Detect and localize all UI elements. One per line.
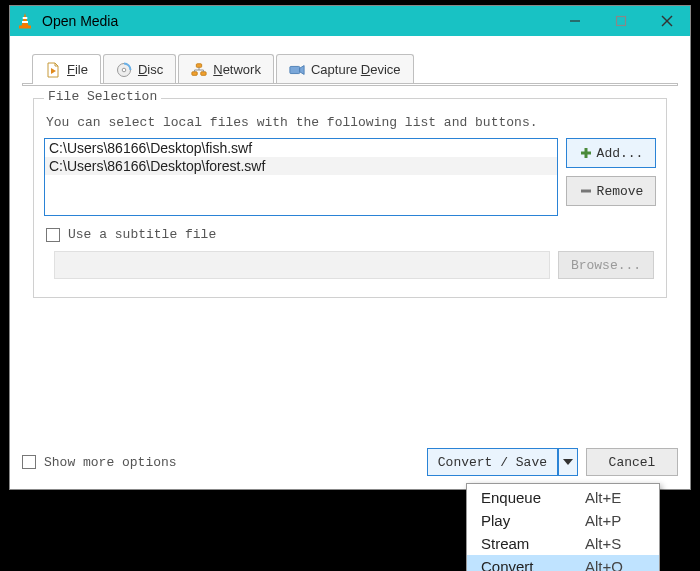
file-selection-legend: File Selection: [44, 89, 161, 104]
remove-button-label: Remove: [597, 184, 644, 199]
dialog-content: File Disc Network: [20, 48, 680, 439]
tab-capture-device[interactable]: Capture Device: [276, 54, 414, 84]
show-more-options-label: Show more options: [44, 455, 177, 470]
menu-item-convert[interactable]: Convert Alt+O: [467, 555, 659, 571]
svg-rect-2: [22, 21, 28, 23]
menu-item-play[interactable]: Play Alt+P: [467, 509, 659, 532]
plus-icon: [579, 146, 593, 160]
svg-rect-11: [197, 63, 202, 67]
maximize-button[interactable]: [598, 6, 644, 36]
minus-icon: [579, 184, 593, 198]
menu-item-label: Play: [481, 512, 585, 529]
convert-save-split-button[interactable]: Convert / Save: [427, 448, 578, 476]
svg-marker-15: [300, 65, 304, 74]
show-more-options-checkbox[interactable]: [22, 455, 36, 469]
window-controls: [552, 6, 690, 36]
convert-save-button[interactable]: Convert / Save: [427, 448, 558, 476]
menu-item-shortcut: Alt+E: [585, 489, 645, 506]
svg-point-10: [122, 68, 126, 72]
convert-save-menu: Enqueue Alt+E Play Alt+P Stream Alt+S Co…: [466, 483, 660, 571]
chevron-down-icon: [563, 459, 573, 465]
subtitle-path-input: [54, 251, 550, 279]
list-item[interactable]: C:\Users\86166\Desktop\fish.swf: [45, 139, 557, 157]
tab-file-label-u: F: [67, 62, 75, 77]
minimize-button[interactable]: [552, 6, 598, 36]
file-list[interactable]: C:\Users\86166\Desktop\fish.swf C:\Users…: [44, 138, 558, 216]
tab-disc[interactable]: Disc: [103, 54, 176, 84]
tab-panel: File Selection You can select local file…: [22, 83, 678, 86]
cancel-button[interactable]: Cancel: [586, 448, 678, 476]
svg-rect-14: [290, 66, 300, 73]
open-media-window: Open Media File: [9, 5, 691, 490]
menu-item-label: Convert: [481, 558, 585, 571]
network-icon: [191, 62, 207, 78]
svg-rect-5: [617, 17, 626, 26]
svg-rect-13: [201, 71, 206, 75]
svg-rect-12: [192, 71, 197, 75]
menu-item-shortcut: Alt+S: [585, 535, 645, 552]
list-item[interactable]: C:\Users\86166\Desktop\forest.swf: [45, 157, 557, 175]
disc-icon: [116, 62, 132, 78]
tab-network-label-rest: etwork: [223, 62, 261, 77]
subtitle-checkbox[interactable]: [46, 228, 60, 242]
menu-item-shortcut: Alt+O: [585, 558, 645, 571]
vlc-cone-icon: [16, 12, 34, 30]
svg-marker-0: [22, 13, 29, 26]
file-selection-fieldset: File Selection You can select local file…: [33, 98, 667, 298]
file-selection-help: You can select local files with the foll…: [46, 115, 656, 130]
menu-item-stream[interactable]: Stream Alt+S: [467, 532, 659, 555]
capture-icon: [289, 62, 305, 78]
svg-rect-3: [19, 26, 31, 29]
subtitle-checkbox-label: Use a subtitle file: [68, 227, 216, 242]
svg-marker-19: [563, 459, 573, 465]
tab-capture-label-rest: evice: [370, 62, 400, 77]
close-button[interactable]: [644, 6, 690, 36]
file-icon: [45, 62, 61, 78]
remove-button[interactable]: Remove: [566, 176, 656, 206]
tab-disc-label-rest: isc: [147, 62, 163, 77]
tabs-strip: File Disc Network: [20, 54, 680, 86]
tab-file-label-rest: ile: [75, 62, 88, 77]
menu-item-label: Enqueue: [481, 489, 585, 506]
tab-file[interactable]: File: [32, 54, 101, 84]
menu-item-shortcut: Alt+P: [585, 512, 645, 529]
convert-save-dropdown-arrow[interactable]: [558, 448, 578, 476]
bottom-bar: Show more options Convert / Save Cancel: [22, 445, 678, 479]
svg-rect-1: [23, 17, 28, 19]
window-title: Open Media: [42, 13, 118, 29]
menu-item-label: Stream: [481, 535, 585, 552]
titlebar: Open Media: [10, 6, 690, 36]
tab-network[interactable]: Network: [178, 54, 274, 84]
add-button[interactable]: Add...: [566, 138, 656, 168]
menu-item-enqueue[interactable]: Enqueue Alt+E: [467, 486, 659, 509]
add-button-label: Add...: [597, 146, 644, 161]
browse-button: Browse...: [558, 251, 654, 279]
